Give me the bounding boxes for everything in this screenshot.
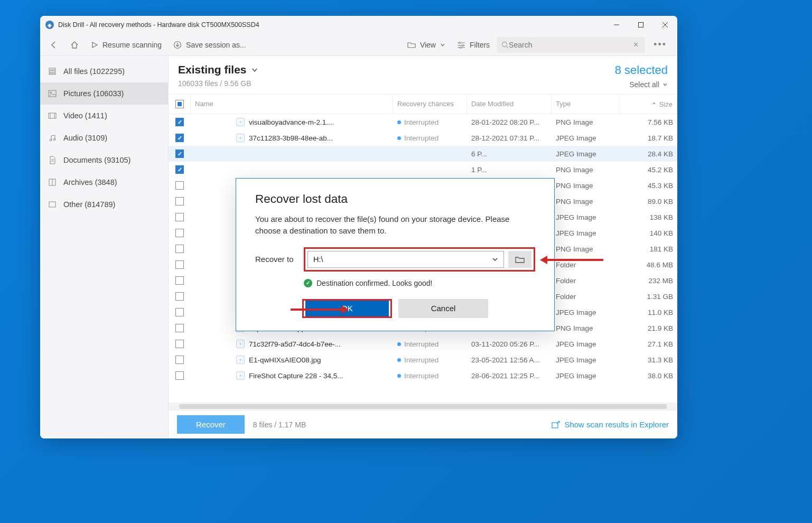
sidebar-item-audio[interactable]: Audio (3109) xyxy=(40,127,168,149)
cell-type: PNG Image xyxy=(552,182,619,190)
minimize-button[interactable] xyxy=(604,16,629,34)
search-input[interactable] xyxy=(509,41,631,49)
save-session-button[interactable]: Save session as... xyxy=(169,38,250,52)
svg-rect-27 xyxy=(49,202,55,207)
chevron-down-icon xyxy=(440,42,445,48)
chevron-down-icon xyxy=(662,82,668,87)
row-checkbox[interactable] xyxy=(169,340,191,348)
ok-button[interactable]: OK xyxy=(305,301,389,316)
table-row[interactable]: ▫71c32f79-a5d7-4dc4-b7ee-...Interrupted0… xyxy=(169,336,677,352)
show-in-explorer-link[interactable]: Show scan results in Explorer xyxy=(552,420,669,429)
cell-type: JPEG Image xyxy=(552,134,619,142)
recover-button[interactable]: Recover xyxy=(177,415,245,434)
view-button[interactable]: View xyxy=(403,38,450,52)
sliders-icon xyxy=(457,41,465,49)
header-checkbox[interactable] xyxy=(169,95,191,114)
clear-search-button[interactable]: ✕ xyxy=(631,41,641,49)
more-button[interactable]: ••• xyxy=(648,36,672,53)
row-checkbox[interactable] xyxy=(169,356,191,364)
table-row[interactable]: ▫visualboyadvance-m-2.1....Interrupted28… xyxy=(169,114,677,130)
play-icon xyxy=(91,41,98,49)
check-icon: ✓ xyxy=(304,279,312,287)
select-all-button[interactable]: Select all xyxy=(615,80,668,89)
sidebar-item-video[interactable]: Video (1411) xyxy=(40,105,168,127)
col-type[interactable]: Type xyxy=(552,95,619,114)
search-box[interactable]: ✕ xyxy=(497,37,645,53)
row-checkbox[interactable] xyxy=(169,197,191,206)
cell-type: JPEG Image xyxy=(552,229,619,237)
table-row[interactable]: ▫FireShot Capture 228 - 34,5...Interrupt… xyxy=(169,368,677,384)
ok-highlight: OK xyxy=(302,299,392,318)
destination-highlight: H:\ xyxy=(304,247,535,272)
row-checkbox[interactable] xyxy=(169,134,191,142)
row-checkbox[interactable] xyxy=(169,165,191,174)
row-checkbox[interactable] xyxy=(169,245,191,253)
table-row[interactable]: ▫37c11283-3b98-48ee-ab...Interrupted28-1… xyxy=(169,130,677,146)
download-icon xyxy=(173,41,182,49)
col-date[interactable]: Date Modified xyxy=(467,95,552,114)
browse-button[interactable] xyxy=(508,251,531,268)
cell-type: JPEG Image xyxy=(552,356,619,364)
cell-size: 38.0 KB xyxy=(619,372,677,380)
row-checkbox[interactable] xyxy=(169,371,191,380)
col-name[interactable]: Name xyxy=(191,95,393,114)
resume-scan-button[interactable]: Resume scanning xyxy=(87,38,166,52)
cell-size: 45.3 KB xyxy=(619,182,677,190)
destination-combo[interactable]: H:\ xyxy=(307,251,504,268)
sidebar-item-other[interactable]: Other (814789) xyxy=(40,193,168,216)
table-row[interactable]: ▫E1-qwHIXsAIEO08.jpgInterrupted23-05-202… xyxy=(169,352,677,368)
row-checkbox[interactable] xyxy=(169,118,191,126)
col-size[interactable]: Size xyxy=(619,95,677,114)
filters-label: Filters xyxy=(470,41,490,49)
folder-icon xyxy=(407,41,416,49)
cell-type: JPEG Image xyxy=(552,309,619,316)
cell-type: JPEG Image xyxy=(552,340,619,348)
cell-recovery: Interrupted xyxy=(393,356,467,364)
cell-date: 28-06-2021 12:25 P... xyxy=(467,372,552,380)
svg-point-11 xyxy=(502,42,507,46)
row-checkbox[interactable] xyxy=(169,324,191,332)
filters-button[interactable]: Filters xyxy=(453,38,494,52)
section-subtext: 106033 files / 9.56 GB xyxy=(178,79,615,88)
sidebar-item-archives[interactable]: Archives (3848) xyxy=(40,171,168,193)
toolbar: Resume scanning Save session as... View … xyxy=(40,34,677,56)
cell-size: 138 KB xyxy=(619,213,677,221)
footer: Recover 8 files / 1.17 MB Show scan resu… xyxy=(169,410,677,438)
row-checkbox[interactable] xyxy=(169,260,191,269)
row-checkbox[interactable] xyxy=(169,181,191,190)
sidebar-item-documents[interactable]: Documents (93105) xyxy=(40,149,168,171)
table-row[interactable]: 6 P...JPEG Image28.4 KB xyxy=(169,146,677,162)
row-checkbox[interactable] xyxy=(169,150,191,158)
col-recovery[interactable]: Recovery chances xyxy=(393,95,467,114)
chevron-down-icon xyxy=(251,66,258,73)
row-checkbox[interactable] xyxy=(169,213,191,221)
maximize-button[interactable] xyxy=(629,16,653,34)
home-button[interactable] xyxy=(66,37,83,53)
sidebar-item-label: Audio (3109) xyxy=(63,134,107,142)
back-button[interactable] xyxy=(45,38,62,52)
cancel-button[interactable]: Cancel xyxy=(398,299,488,318)
sidebar-item-all-files[interactable]: All files (1022295) xyxy=(40,60,168,82)
row-checkbox[interactable] xyxy=(169,229,191,237)
cell-size: 181 KB xyxy=(619,245,677,253)
sidebar-item-pictures[interactable]: Pictures (106033) xyxy=(40,82,168,105)
svg-rect-18 xyxy=(49,113,56,118)
svg-rect-14 xyxy=(49,71,55,72)
horizontal-scrollbar[interactable] xyxy=(169,403,677,410)
cell-date: 03-11-2020 05:26 P... xyxy=(467,340,552,348)
row-checkbox[interactable] xyxy=(169,276,191,285)
row-checkbox[interactable] xyxy=(169,292,191,301)
cell-size: 232 MB xyxy=(619,277,677,285)
close-button[interactable] xyxy=(653,16,677,34)
window-title: Disk Drill - All recovery methods - Hard… xyxy=(58,21,604,29)
svg-point-9 xyxy=(462,44,463,46)
cell-size: 7.56 KB xyxy=(619,118,677,126)
cell-recovery: Interrupted xyxy=(393,134,467,142)
selected-count: 8 selected xyxy=(615,63,668,77)
table-row[interactable]: 1 P...PNG Image45.2 KB xyxy=(169,162,677,178)
section-heading[interactable]: Existing files xyxy=(178,63,615,76)
svg-point-8 xyxy=(459,42,460,43)
dialog-title: Recover lost data xyxy=(255,192,535,206)
row-checkbox[interactable] xyxy=(169,308,191,316)
destination-confirmed: ✓ Destination confirmed. Looks good! xyxy=(304,279,535,287)
